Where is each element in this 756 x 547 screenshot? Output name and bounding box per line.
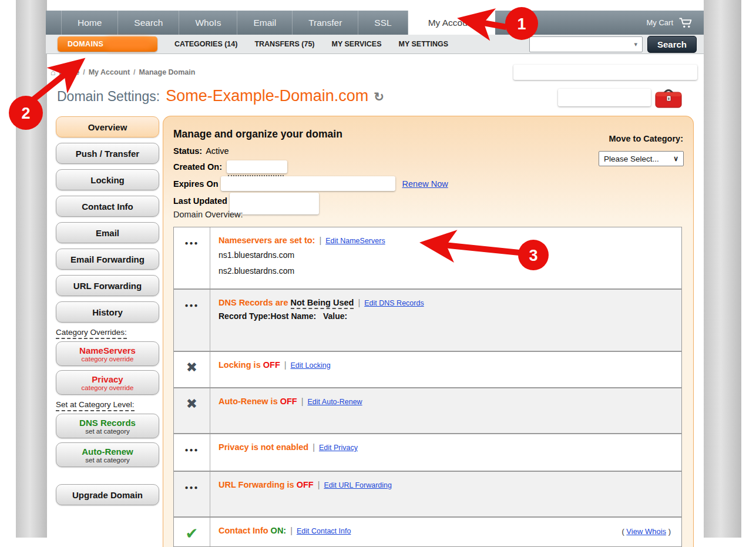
sidebar-item-nameservers[interactable]: NameServerscategory override — [56, 341, 159, 366]
tab-my-account[interactable]: My Account — [408, 11, 495, 35]
separator-bar: | — [318, 480, 320, 489]
edit-link-edit-contact-info[interactable]: Edit Contact Info — [297, 527, 351, 535]
dots-icon: ●●● — [184, 447, 199, 453]
edit-link-edit-privacy[interactable]: Edit Privacy — [319, 444, 358, 452]
breadcrumb-separator: / — [83, 68, 85, 76]
tab-ssl[interactable]: SSL — [358, 11, 408, 35]
subnav-item-my-settings[interactable]: MY SETTINGS — [399, 40, 449, 48]
expires-line: Expires On Renew Now — [173, 176, 448, 191]
tab-transfer[interactable]: Transfer — [293, 11, 358, 35]
table-row-edit-url-forwarding: ●●●URL Forwarding is OFF|Edit URL Forwar… — [174, 471, 681, 516]
page: HomeSearchWhoIsEmailTransferSSLMy Accoun… — [0, 0, 756, 547]
row-body: DNS Records are Not Being Used|Edit DNS … — [210, 290, 681, 351]
sidebar-item-privacy[interactable]: Privacycategory override — [56, 370, 159, 395]
row-subline: ns1.bluestardns.com — [219, 249, 681, 261]
sidebar-item-contact-info[interactable]: Contact Info — [56, 196, 159, 217]
edit-link-edit-auto-renew[interactable]: Edit Auto-Renew — [308, 398, 362, 406]
sidebar-heading-set-at-category-level: Set at Category Level: — [56, 400, 159, 409]
sidebar-item-upgrade-domain[interactable]: Upgrade Domain — [56, 484, 159, 505]
row-title-text: Auto-Renew is — [219, 397, 278, 406]
row-status-text: OFF — [297, 480, 314, 489]
x-icon: ✖ — [186, 396, 197, 411]
refresh-icon[interactable]: ↻ — [374, 90, 384, 104]
table-row-edit-auto-renew: ✖Auto-Renew is OFF|Edit Auto-Renew — [174, 387, 681, 433]
sidebar-item-sublabel: category override — [82, 355, 134, 363]
redaction-box-title-right — [558, 89, 651, 106]
sidebar-item-sublabel: category override — [82, 384, 134, 391]
row-body: Locking is OFF|Edit Locking — [210, 352, 681, 387]
nav-tabs: HomeSearchWhoIsEmailTransferSSLMy Accoun… — [46, 11, 495, 35]
sidebar-item-auto-renew[interactable]: Auto-Renewset at category — [56, 442, 159, 467]
row-title: Privacy is not enabled|Edit Privacy — [219, 442, 681, 452]
search-button[interactable]: Search — [647, 36, 697, 53]
separator-bar: | — [313, 442, 315, 452]
subnav-item-categories-14[interactable]: CATEGORIES (14) — [174, 40, 237, 48]
sidebar-item-locking[interactable]: Locking — [56, 169, 159, 190]
row-title: Contact Info ON:|Edit Contact Info — [219, 526, 681, 535]
row-icon-cell: ●●● — [174, 227, 210, 288]
table-row-edit-contact-info: ✔Contact Info ON:|Edit Contact Info( Vie… — [174, 516, 681, 546]
sidebar-item-history[interactable]: History — [56, 301, 159, 323]
renew-now-link[interactable]: Renew Now — [402, 179, 448, 189]
row-title: URL Forwarding is OFF|Edit URL Forwardin… — [219, 480, 681, 489]
page-title: Domain Settings: Some-Example-Domain.com… — [57, 87, 384, 105]
tab-email[interactable]: Email — [237, 11, 293, 35]
row-icon-cell: ●●● — [174, 434, 210, 471]
my-cart[interactable]: My Cart — [647, 11, 704, 35]
redaction-box-created-date — [227, 160, 287, 173]
row-title: DNS Records are Not Being Used|Edit DNS … — [219, 298, 681, 307]
left-window-gutter — [16, 0, 47, 538]
row-icon-cell: ✖ — [174, 352, 210, 387]
table-row-edit-privacy: ●●●Privacy is not enabled|Edit Privacy — [174, 433, 681, 471]
subnav-item-domains[interactable]: DOMAINS — [58, 36, 157, 52]
tab-search[interactable]: Search — [118, 11, 179, 35]
breadcrumb-manage-domain[interactable]: Manage Domain — [139, 68, 196, 76]
sidebar-item-dns-records[interactable]: DNS Recordsset at category — [56, 414, 159, 438]
edit-link-edit-locking[interactable]: Edit Locking — [291, 361, 331, 370]
status-label: Status: — [173, 146, 202, 156]
combobox-dropdown-icon[interactable]: ▾ — [634, 41, 637, 48]
row-title: Auto-Renew is OFF|Edit Auto-Renew — [219, 397, 681, 406]
sidebar-item-overview[interactable]: Overview — [56, 116, 159, 137]
created-label: Created On: — [173, 162, 222, 172]
sidebar-item-label: Auto-Renew — [82, 447, 133, 457]
separator-bar: | — [290, 526, 293, 535]
view-whois-link[interactable]: View Whois — [626, 527, 666, 536]
subnav-item-transfers-75[interactable]: TRANSFERS (75) — [254, 40, 314, 48]
breadcrumb-home[interactable]: Home — [59, 68, 79, 76]
status-block: Status: Active Created On: Expires On Re… — [173, 145, 448, 210]
edit-link-edit-nameservers[interactable]: Edit NameServers — [325, 237, 385, 245]
move-to-category-select[interactable]: Please Select... ∨ — [599, 151, 684, 166]
row-title-text: URL Forwarding is — [219, 480, 294, 489]
row-title: Nameservers are set to:|Edit NameServers — [219, 236, 681, 245]
domain-overview-label: Domain Overview: — [173, 210, 243, 219]
updated-label: Last Updated — [173, 196, 227, 206]
tab-whois[interactable]: WhoIs — [179, 11, 237, 35]
edit-link-edit-dns-records[interactable]: Edit DNS Records — [364, 299, 424, 307]
row-body: Contact Info ON:|Edit Contact Info — [210, 518, 681, 546]
sidebar-item-label: NameServers — [79, 345, 136, 355]
domain-search-combobox[interactable]: ▾ — [529, 36, 643, 52]
redaction-blur — [106, 38, 152, 49]
sidebar-item-email[interactable]: Email — [56, 222, 159, 243]
my-cart-label: My Cart — [647, 18, 674, 27]
top-navbar: HomeSearchWhoIsEmailTransferSSLMy Accoun… — [46, 11, 704, 35]
sidebar-item-email-forwarding[interactable]: Email Forwarding — [56, 249, 159, 270]
sidebar-heading-category-overrides: Category Overrides: — [56, 328, 159, 337]
domain-overview-table: ●●●Nameservers are set to:|Edit NameServ… — [173, 227, 682, 547]
subnav-item-my-services[interactable]: MY SERVICES — [332, 40, 382, 48]
move-to-category-label: Move to Category: — [590, 134, 683, 143]
row-body: URL Forwarding is OFF|Edit URL Forwardin… — [210, 472, 681, 516]
breadcrumb: ⌂ Home/My Account/Manage Domain — [51, 68, 195, 77]
status-value: Active — [206, 146, 229, 156]
cart-icon — [678, 17, 693, 29]
tab-home[interactable]: Home — [61, 11, 118, 35]
redaction-box-breadcrumb-right — [513, 65, 697, 80]
row-icon-cell: ●●● — [174, 290, 210, 351]
sidebar-item-url-forwarding[interactable]: URL Forwarding — [56, 275, 159, 296]
breadcrumb-my-account[interactable]: My Account — [89, 68, 130, 76]
sidebar-item-push-transfer[interactable]: Push / Transfer — [56, 143, 159, 164]
toolbox-icon[interactable] — [653, 86, 684, 109]
row-right-link-wrap: ( View Whois ) — [621, 527, 671, 536]
edit-link-edit-url-forwarding[interactable]: Edit URL Forwarding — [324, 481, 392, 489]
